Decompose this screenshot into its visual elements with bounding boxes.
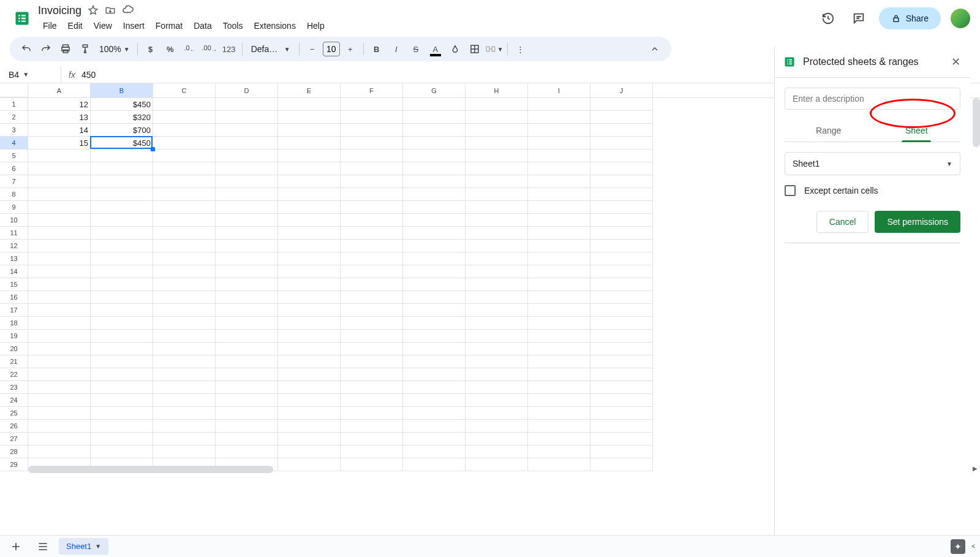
star-icon[interactable] [88,5,99,16]
cell[interactable] [28,175,91,188]
cell[interactable] [216,162,278,175]
cell[interactable] [28,240,91,252]
row-header[interactable]: 1 [0,98,28,111]
cell[interactable] [403,381,466,394]
cell[interactable] [466,317,528,330]
cell[interactable] [28,394,91,407]
cell[interactable] [466,188,528,201]
column-header[interactable]: D [216,83,278,97]
cell[interactable] [153,291,216,304]
cell[interactable] [278,330,341,343]
cell[interactable] [153,111,216,124]
cell[interactable] [278,291,341,304]
cell[interactable] [278,445,341,458]
cell[interactable] [341,355,403,368]
cell[interactable] [278,98,341,111]
cell[interactable] [216,407,278,420]
cell[interactable] [466,407,528,420]
cell[interactable] [91,420,153,433]
row-header[interactable]: 19 [0,330,28,343]
cell[interactable] [278,124,341,137]
column-header[interactable]: H [466,83,528,97]
cell[interactable] [403,458,466,471]
cell[interactable] [28,304,91,317]
cell[interactable] [28,278,91,291]
cell[interactable] [466,175,528,188]
italic-button[interactable]: I [387,40,405,58]
cell[interactable] [590,343,653,355]
row-header[interactable]: 29 [0,458,28,471]
cell[interactable] [91,214,153,227]
cell[interactable] [528,150,590,162]
cell[interactable] [528,214,590,227]
row-header[interactable]: 20 [0,343,28,355]
more-formats-button[interactable]: 123 [220,40,238,58]
font-select[interactable]: Defaul… ▼ [246,44,295,54]
cell[interactable] [590,150,653,162]
cell[interactable] [528,304,590,317]
cell[interactable] [278,162,341,175]
cell[interactable] [528,188,590,201]
horizontal-scrollbar[interactable] [28,466,273,473]
column-header[interactable]: C [153,83,216,97]
cell[interactable] [278,240,341,252]
cell[interactable] [91,317,153,330]
cell[interactable] [91,265,153,278]
cell[interactable] [403,111,466,124]
decrease-decimal-button[interactable]: .0← [181,40,199,58]
column-header[interactable]: J [590,83,653,97]
row-header[interactable]: 9 [0,201,28,214]
cell[interactable] [528,420,590,433]
cell[interactable] [590,137,653,150]
cell[interactable] [278,227,341,240]
cell[interactable] [153,214,216,227]
cell[interactable] [590,188,653,201]
cell[interactable] [28,188,91,201]
cell[interactable] [341,175,403,188]
cell[interactable] [28,201,91,214]
cell[interactable] [590,317,653,330]
menu-file[interactable]: File [38,18,62,33]
cell[interactable] [278,433,341,445]
history-icon[interactable] [818,8,839,29]
cell[interactable] [528,137,590,150]
cell[interactable] [590,240,653,252]
cell[interactable] [153,394,216,407]
cell[interactable] [91,368,153,381]
cell[interactable] [466,355,528,368]
cell[interactable] [28,317,91,330]
menu-extensions[interactable]: Extensions [249,18,300,33]
column-header[interactable]: E [278,83,341,97]
cell[interactable] [278,407,341,420]
cell[interactable] [403,265,466,278]
cell[interactable] [466,252,528,265]
cell[interactable] [28,343,91,355]
column-header[interactable]: B [91,83,153,97]
cell[interactable] [216,304,278,317]
cell[interactable] [153,355,216,368]
column-header[interactable]: A [28,83,91,97]
cell[interactable] [216,420,278,433]
cell[interactable] [216,381,278,394]
cell[interactable] [153,433,216,445]
cell[interactable] [590,252,653,265]
cell[interactable] [91,291,153,304]
cell[interactable] [403,368,466,381]
cell[interactable] [590,420,653,433]
text-color-button[interactable]: A [426,40,445,58]
zoom-select[interactable]: 100% ▼ [96,44,134,54]
cell[interactable] [466,278,528,291]
cell[interactable]: $450 [91,137,153,150]
cell[interactable] [216,317,278,330]
cell[interactable] [528,291,590,304]
cell[interactable] [153,330,216,343]
vertical-scrollbar[interactable] [973,98,980,147]
cell[interactable] [466,420,528,433]
cell[interactable] [590,227,653,240]
cell[interactable] [153,304,216,317]
row-header[interactable]: 12 [0,240,28,252]
cell[interactable] [278,137,341,150]
cell[interactable] [28,291,91,304]
cell[interactable] [153,227,216,240]
cell[interactable] [341,162,403,175]
